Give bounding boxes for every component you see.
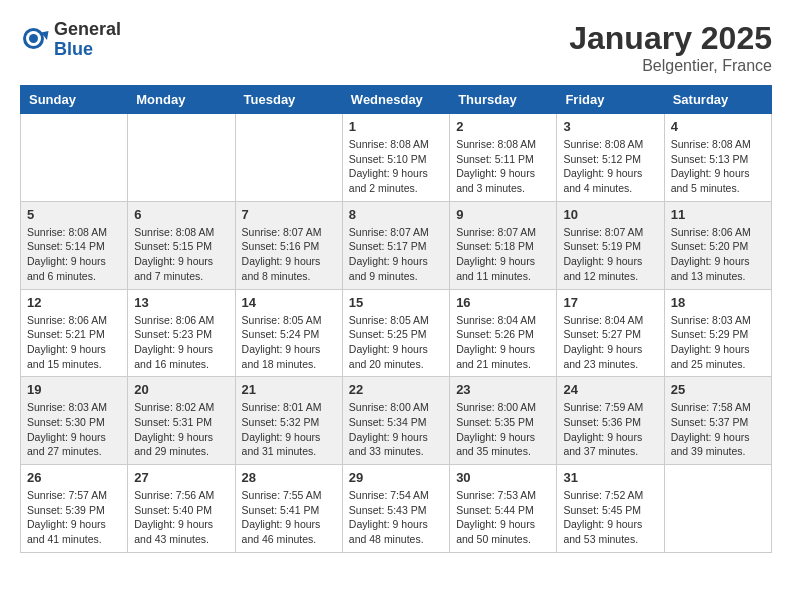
calendar-cell: 10Sunrise: 8:07 AM Sunset: 5:19 PM Dayli…: [557, 201, 664, 289]
calendar-cell: 3Sunrise: 8:08 AM Sunset: 5:12 PM Daylig…: [557, 114, 664, 202]
calendar-cell: 28Sunrise: 7:55 AM Sunset: 5:41 PM Dayli…: [235, 465, 342, 553]
cell-text: Sunrise: 8:08 AM Sunset: 5:12 PM Dayligh…: [563, 137, 657, 196]
calendar-cell: 24Sunrise: 7:59 AM Sunset: 5:36 PM Dayli…: [557, 377, 664, 465]
logo-blue-text: Blue: [54, 40, 121, 60]
calendar-cell: 18Sunrise: 8:03 AM Sunset: 5:29 PM Dayli…: [664, 289, 771, 377]
weekday-header: Tuesday: [235, 86, 342, 114]
day-number: 11: [671, 207, 765, 222]
cell-text: Sunrise: 8:02 AM Sunset: 5:31 PM Dayligh…: [134, 400, 228, 459]
calendar-cell: 5Sunrise: 8:08 AM Sunset: 5:14 PM Daylig…: [21, 201, 128, 289]
day-number: 24: [563, 382, 657, 397]
location: Belgentier, France: [569, 57, 772, 75]
cell-text: Sunrise: 8:01 AM Sunset: 5:32 PM Dayligh…: [242, 400, 336, 459]
title-area: January 2025 Belgentier, France: [569, 20, 772, 75]
cell-text: Sunrise: 8:06 AM Sunset: 5:20 PM Dayligh…: [671, 225, 765, 284]
calendar-cell: 22Sunrise: 8:00 AM Sunset: 5:34 PM Dayli…: [342, 377, 449, 465]
day-number: 6: [134, 207, 228, 222]
day-number: 18: [671, 295, 765, 310]
weekday-header-row: SundayMondayTuesdayWednesdayThursdayFrid…: [21, 86, 772, 114]
calendar-cell: 26Sunrise: 7:57 AM Sunset: 5:39 PM Dayli…: [21, 465, 128, 553]
day-number: 9: [456, 207, 550, 222]
cell-text: Sunrise: 8:08 AM Sunset: 5:13 PM Dayligh…: [671, 137, 765, 196]
cell-text: Sunrise: 8:05 AM Sunset: 5:25 PM Dayligh…: [349, 313, 443, 372]
calendar-cell: [664, 465, 771, 553]
calendar-cell: [21, 114, 128, 202]
day-number: 21: [242, 382, 336, 397]
day-number: 30: [456, 470, 550, 485]
day-number: 19: [27, 382, 121, 397]
calendar-cell: 9Sunrise: 8:07 AM Sunset: 5:18 PM Daylig…: [450, 201, 557, 289]
cell-text: Sunrise: 8:06 AM Sunset: 5:23 PM Dayligh…: [134, 313, 228, 372]
weekday-header: Sunday: [21, 86, 128, 114]
calendar-cell: 14Sunrise: 8:05 AM Sunset: 5:24 PM Dayli…: [235, 289, 342, 377]
day-number: 5: [27, 207, 121, 222]
cell-text: Sunrise: 8:07 AM Sunset: 5:16 PM Dayligh…: [242, 225, 336, 284]
calendar-cell: 19Sunrise: 8:03 AM Sunset: 5:30 PM Dayli…: [21, 377, 128, 465]
cell-text: Sunrise: 8:08 AM Sunset: 5:10 PM Dayligh…: [349, 137, 443, 196]
calendar-cell: 12Sunrise: 8:06 AM Sunset: 5:21 PM Dayli…: [21, 289, 128, 377]
cell-text: Sunrise: 8:07 AM Sunset: 5:17 PM Dayligh…: [349, 225, 443, 284]
day-number: 1: [349, 119, 443, 134]
weekday-header: Monday: [128, 86, 235, 114]
calendar-week-row: 1Sunrise: 8:08 AM Sunset: 5:10 PM Daylig…: [21, 114, 772, 202]
calendar-cell: 31Sunrise: 7:52 AM Sunset: 5:45 PM Dayli…: [557, 465, 664, 553]
calendar-cell: 17Sunrise: 8:04 AM Sunset: 5:27 PM Dayli…: [557, 289, 664, 377]
weekday-header: Wednesday: [342, 86, 449, 114]
calendar-cell: 16Sunrise: 8:04 AM Sunset: 5:26 PM Dayli…: [450, 289, 557, 377]
calendar-cell: [128, 114, 235, 202]
day-number: 26: [27, 470, 121, 485]
calendar-week-row: 19Sunrise: 8:03 AM Sunset: 5:30 PM Dayli…: [21, 377, 772, 465]
logo-icon: [20, 25, 50, 55]
day-number: 15: [349, 295, 443, 310]
day-number: 16: [456, 295, 550, 310]
cell-text: Sunrise: 7:54 AM Sunset: 5:43 PM Dayligh…: [349, 488, 443, 547]
cell-text: Sunrise: 8:00 AM Sunset: 5:34 PM Dayligh…: [349, 400, 443, 459]
calendar-cell: 7Sunrise: 8:07 AM Sunset: 5:16 PM Daylig…: [235, 201, 342, 289]
calendar-cell: 21Sunrise: 8:01 AM Sunset: 5:32 PM Dayli…: [235, 377, 342, 465]
calendar-cell: 6Sunrise: 8:08 AM Sunset: 5:15 PM Daylig…: [128, 201, 235, 289]
cell-text: Sunrise: 7:53 AM Sunset: 5:44 PM Dayligh…: [456, 488, 550, 547]
day-number: 27: [134, 470, 228, 485]
calendar-cell: 20Sunrise: 8:02 AM Sunset: 5:31 PM Dayli…: [128, 377, 235, 465]
day-number: 10: [563, 207, 657, 222]
cell-text: Sunrise: 7:52 AM Sunset: 5:45 PM Dayligh…: [563, 488, 657, 547]
day-number: 14: [242, 295, 336, 310]
cell-text: Sunrise: 7:55 AM Sunset: 5:41 PM Dayligh…: [242, 488, 336, 547]
cell-text: Sunrise: 8:05 AM Sunset: 5:24 PM Dayligh…: [242, 313, 336, 372]
day-number: 13: [134, 295, 228, 310]
cell-text: Sunrise: 8:03 AM Sunset: 5:30 PM Dayligh…: [27, 400, 121, 459]
calendar-cell: 2Sunrise: 8:08 AM Sunset: 5:11 PM Daylig…: [450, 114, 557, 202]
cell-text: Sunrise: 8:03 AM Sunset: 5:29 PM Dayligh…: [671, 313, 765, 372]
day-number: 31: [563, 470, 657, 485]
cell-text: Sunrise: 7:56 AM Sunset: 5:40 PM Dayligh…: [134, 488, 228, 547]
day-number: 25: [671, 382, 765, 397]
calendar: SundayMondayTuesdayWednesdayThursdayFrid…: [20, 85, 772, 553]
weekday-header: Saturday: [664, 86, 771, 114]
cell-text: Sunrise: 8:06 AM Sunset: 5:21 PM Dayligh…: [27, 313, 121, 372]
calendar-week-row: 5Sunrise: 8:08 AM Sunset: 5:14 PM Daylig…: [21, 201, 772, 289]
weekday-header: Friday: [557, 86, 664, 114]
logo-general-text: General: [54, 20, 121, 40]
day-number: 20: [134, 382, 228, 397]
calendar-cell: 11Sunrise: 8:06 AM Sunset: 5:20 PM Dayli…: [664, 201, 771, 289]
calendar-cell: 4Sunrise: 8:08 AM Sunset: 5:13 PM Daylig…: [664, 114, 771, 202]
calendar-week-row: 12Sunrise: 8:06 AM Sunset: 5:21 PM Dayli…: [21, 289, 772, 377]
day-number: 3: [563, 119, 657, 134]
cell-text: Sunrise: 8:07 AM Sunset: 5:18 PM Dayligh…: [456, 225, 550, 284]
cell-text: Sunrise: 7:57 AM Sunset: 5:39 PM Dayligh…: [27, 488, 121, 547]
day-number: 7: [242, 207, 336, 222]
day-number: 4: [671, 119, 765, 134]
cell-text: Sunrise: 8:08 AM Sunset: 5:11 PM Dayligh…: [456, 137, 550, 196]
calendar-cell: 8Sunrise: 8:07 AM Sunset: 5:17 PM Daylig…: [342, 201, 449, 289]
cell-text: Sunrise: 8:08 AM Sunset: 5:15 PM Dayligh…: [134, 225, 228, 284]
day-number: 23: [456, 382, 550, 397]
calendar-cell: [235, 114, 342, 202]
calendar-cell: 27Sunrise: 7:56 AM Sunset: 5:40 PM Dayli…: [128, 465, 235, 553]
cell-text: Sunrise: 7:59 AM Sunset: 5:36 PM Dayligh…: [563, 400, 657, 459]
calendar-cell: 15Sunrise: 8:05 AM Sunset: 5:25 PM Dayli…: [342, 289, 449, 377]
day-number: 12: [27, 295, 121, 310]
calendar-cell: 23Sunrise: 8:00 AM Sunset: 5:35 PM Dayli…: [450, 377, 557, 465]
calendar-cell: 13Sunrise: 8:06 AM Sunset: 5:23 PM Dayli…: [128, 289, 235, 377]
day-number: 17: [563, 295, 657, 310]
cell-text: Sunrise: 8:07 AM Sunset: 5:19 PM Dayligh…: [563, 225, 657, 284]
